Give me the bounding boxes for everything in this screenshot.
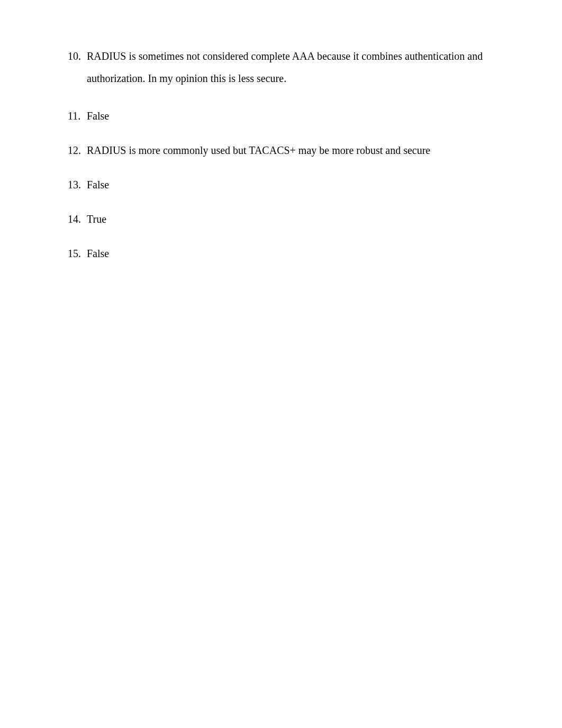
list-item: 12. RADIUS is more commonly used but TAC… (68, 142, 514, 158)
document-page: 10. RADIUS is sometimes not considered c… (0, 0, 562, 261)
item-text: False (86, 108, 514, 124)
item-text: True (86, 211, 514, 227)
list-item: 10. RADIUS is sometimes not considered c… (68, 45, 514, 89)
item-text: RADIUS is more commonly used but TACACS+… (86, 142, 514, 158)
answer-list: 10. RADIUS is sometimes not considered c… (68, 45, 514, 261)
item-number: 10. (68, 45, 86, 89)
item-number: 12. (68, 142, 86, 158)
list-item: 13. False (68, 177, 514, 193)
list-item: 11. False (68, 108, 514, 124)
item-text: False (86, 245, 514, 261)
list-item: 14. True (68, 211, 514, 227)
item-number: 13. (68, 177, 86, 193)
item-number: 14. (68, 211, 86, 227)
item-number: 11. (68, 108, 86, 124)
item-text: False (86, 177, 514, 193)
list-item: 15. False (68, 245, 514, 261)
item-text: RADIUS is sometimes not considered compl… (86, 45, 514, 89)
item-number: 15. (68, 245, 86, 261)
